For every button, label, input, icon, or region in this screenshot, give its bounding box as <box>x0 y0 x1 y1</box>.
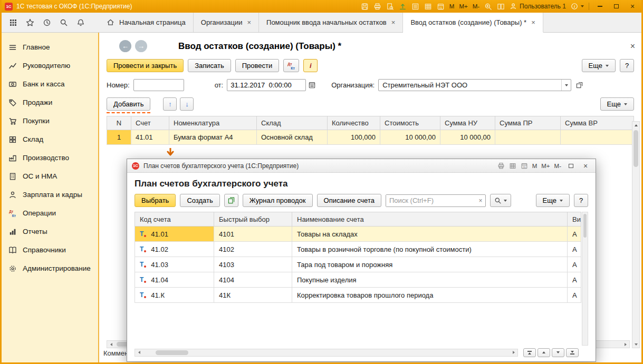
scrollbar-thumb[interactable] <box>156 350 188 355</box>
date-picker-button[interactable] <box>306 80 318 91</box>
table-row[interactable]: 1 41.01 Бумага формат А4 Основной склад … <box>107 130 634 145</box>
save-button[interactable]: Записать <box>188 59 231 72</box>
cell-sum-vr[interactable] <box>561 130 634 145</box>
more-button[interactable]: Еще <box>582 59 616 72</box>
fill-info-button[interactable]: i <box>303 59 318 72</box>
main-menu-icon[interactable] <box>9 18 17 27</box>
table-icon[interactable] <box>424 3 432 11</box>
sidebar-item-fixed-assets[interactable]: ОС и НМА <box>2 167 98 185</box>
sidebar-item-sales[interactable]: Продажи <box>2 93 98 112</box>
close-window-button[interactable]: × <box>627 2 638 11</box>
table-icon[interactable] <box>509 162 516 170</box>
dialog-close-button[interactable]: × <box>580 162 591 170</box>
cell-kind[interactable]: А <box>568 257 581 272</box>
tab-balance-entry-goods[interactable]: Ввод остатков (создание) (Товары) * × <box>403 13 543 33</box>
tab-close-icon[interactable]: × <box>531 18 535 26</box>
cell-quick-select[interactable]: 4102 <box>214 242 292 257</box>
column-header-sum-vr[interactable]: Сумма ВР <box>561 116 634 130</box>
cell-quick-select[interactable]: 4104 <box>214 272 292 288</box>
create-button[interactable]: Создать <box>180 194 219 207</box>
cell-kind[interactable]: А <box>568 288 581 303</box>
cell-account-name[interactable]: Тара под товаром и порожняя <box>292 257 568 272</box>
search-icon[interactable] <box>60 18 68 27</box>
cell-n[interactable]: 1 <box>107 130 131 145</box>
list-icon[interactable] <box>411 3 419 11</box>
cell-cost[interactable]: 10 000,00 <box>380 130 440 145</box>
number-input[interactable] <box>133 79 184 91</box>
cell-code[interactable]: Т41.04 <box>135 272 214 288</box>
calendar-icon[interactable] <box>437 3 445 11</box>
close-document-icon[interactable]: × <box>630 42 635 51</box>
cell-quantity[interactable]: 100,000 <box>328 130 380 145</box>
column-header-nomenclature[interactable]: Номенклатура <box>169 116 257 130</box>
select-button[interactable]: Выбрать <box>135 194 176 207</box>
scroll-right-button[interactable] <box>510 349 517 356</box>
sidebar-item-manager[interactable]: Руководителю <box>2 56 98 75</box>
memory-m-button[interactable]: М <box>449 3 455 9</box>
search-input[interactable] <box>386 195 476 206</box>
cell-quick-select[interactable]: 41К <box>214 288 292 303</box>
cell-kind[interactable]: А <box>568 227 581 242</box>
cell-warehouse[interactable]: Основной склад <box>257 130 328 145</box>
cell-account-name[interactable]: Покупные изделия <box>292 272 568 288</box>
tab-organizations[interactable]: Организации × <box>194 13 259 32</box>
sidebar-item-salary-hr[interactable]: Зарплата и кадры <box>2 185 98 204</box>
page-down-button[interactable] <box>552 348 564 357</box>
column-header-sum-nu[interactable]: Сумма НУ <box>440 116 495 130</box>
column-header-n[interactable]: N <box>107 116 131 130</box>
memory-m-button[interactable]: М <box>532 163 538 169</box>
sidebar-item-operations[interactable]: Операции <box>2 204 98 222</box>
scrollbar-track[interactable] <box>632 129 639 341</box>
scroll-left-button[interactable] <box>135 349 143 356</box>
column-header-sum-pr[interactable]: Сумма ПР <box>495 116 561 130</box>
dialog-help-button[interactable]: ? <box>574 194 588 207</box>
sidebar-item-administration[interactable]: Администрирование <box>2 259 98 278</box>
scroll-right-button[interactable] <box>621 341 629 348</box>
post-button[interactable]: Провести <box>235 59 280 72</box>
cell-sum-nu[interactable]: 10 000,00 <box>440 130 495 145</box>
cell-code[interactable]: Т41.01 <box>135 227 214 242</box>
go-to-list-bottom-button[interactable] <box>566 348 579 357</box>
column-header-code[interactable]: Код счета <box>135 212 214 227</box>
cell-quick-select[interactable]: 4101 <box>214 227 292 242</box>
scrollbar-thumb[interactable] <box>634 130 638 167</box>
column-header-cost[interactable]: Стоимость <box>380 116 440 130</box>
print-preview-icon[interactable] <box>386 3 394 11</box>
move-row-down-button[interactable]: ↓ <box>180 97 194 111</box>
column-header-account-name[interactable]: Наименование счета <box>292 212 568 227</box>
forward-button[interactable]: → <box>135 40 147 52</box>
cell-code[interactable]: Т41.02 <box>135 242 214 257</box>
column-header-quick-select[interactable]: Быстрый выбор <box>214 212 292 227</box>
dialog-horizontal-scrollbar[interactable] <box>135 349 518 357</box>
send-icon[interactable] <box>399 3 407 11</box>
scrollbar-track[interactable] <box>143 349 510 356</box>
sidebar-item-purchases[interactable]: Покупки <box>2 112 98 130</box>
debit-credit-button[interactable] <box>283 59 299 72</box>
cell-nomenclature[interactable]: Бумага формат А4 <box>169 130 257 145</box>
favorites-star-icon[interactable] <box>26 18 34 27</box>
info-menu-button[interactable] <box>571 3 584 10</box>
print-icon[interactable] <box>497 162 505 170</box>
scroll-left-button[interactable] <box>107 341 115 348</box>
save-icon[interactable] <box>361 3 369 11</box>
scroll-down-button[interactable] <box>632 341 640 348</box>
memory-plus-button[interactable]: М+ <box>541 163 550 169</box>
memory-minus-button[interactable]: М- <box>473 3 479 9</box>
memory-plus-button[interactable]: М+ <box>459 3 467 9</box>
cell-sum-pr[interactable] <box>495 130 561 145</box>
cell-code[interactable]: Т41.03 <box>135 257 214 272</box>
maximize-button[interactable] <box>610 2 622 11</box>
account-row[interactable]: Т41.К 41К Корректировка товаров прошлого… <box>135 288 581 303</box>
sidebar-item-directories[interactable]: Справочники <box>2 241 98 259</box>
account-row[interactable]: Т41.04 4104 Покупные изделия А <box>135 272 581 288</box>
page-up-button[interactable] <box>538 348 550 357</box>
cell-code[interactable]: Т41.К <box>135 288 214 303</box>
account-description-button[interactable]: Описание счета <box>317 194 381 207</box>
cell-account-name[interactable]: Товары в розничной торговле (по покупной… <box>292 242 568 257</box>
tab-home[interactable]: Начальная страница <box>99 13 194 32</box>
dialog-vertical-scrollbar[interactable] <box>582 212 588 346</box>
notifications-bell-icon[interactable] <box>76 18 85 27</box>
column-header-quantity[interactable]: Количество <box>328 116 380 130</box>
clear-search-icon[interactable]: × <box>476 197 485 204</box>
tab-opening-balances-assistant[interactable]: Помощник ввода начальных остатков × <box>259 13 403 32</box>
